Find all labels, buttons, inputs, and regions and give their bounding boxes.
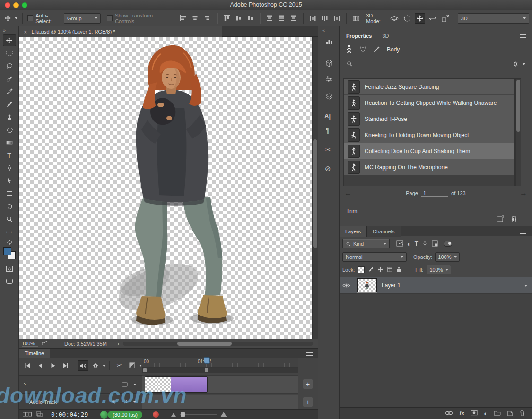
distribute-top-icon[interactable] [265,14,274,23]
lock-all-icon[interactable] [396,266,401,274]
tool-preset-move-icon[interactable] [3,14,12,23]
timeline-menu-icon[interactable] [306,351,313,357]
swap-colors-icon[interactable] [6,240,13,246]
zoom-out-mountain-icon[interactable] [171,412,176,418]
chevron-down-icon[interactable] [523,63,525,65]
playhead[interactable] [204,357,210,364]
distribute-center-icon[interactable] [320,14,330,23]
zoom-window-button[interactable] [22,2,27,8]
video-track-options-icon[interactable] [122,382,128,388]
page-number-field[interactable]: 1 [421,190,448,197]
character-panel-icon[interactable]: A| [324,112,331,120]
align-left-icon[interactable] [179,14,188,23]
timeline-flatten-icon[interactable] [36,411,43,418]
search-settings-gear-icon[interactable] [513,61,519,68]
canvas-horizontal-scrollbar[interactable] [123,342,313,346]
align-middle-vertical-icon[interactable] [234,14,243,23]
properties-menu-icon[interactable] [520,34,526,39]
chevron-down-icon[interactable] [15,17,17,19]
chevron-down-icon[interactable] [524,285,527,287]
gradient-tool[interactable] [3,137,16,148]
pen-tool[interactable] [3,162,16,174]
filter-pixel-layers-icon[interactable] [396,240,403,248]
distribute-middle-icon[interactable] [277,14,287,23]
next-frame-button[interactable] [60,360,71,371]
video-track-header[interactable]: › [19,375,142,394]
distribute-right-icon[interactable] [332,14,341,23]
timeline-ruler[interactable]: 00 01:00f [142,358,298,368]
3d-mode-dropdown[interactable]: 3D [458,13,529,24]
lock-transparent-pixels-icon[interactable] [358,266,365,273]
transition-icon[interactable] [126,360,138,371]
new-layer-icon[interactable] [507,410,513,417]
split-at-playhead-icon[interactable]: ✂ [113,360,125,371]
auto-select-dropdown[interactable]: Group [64,13,101,24]
export-pose-icon[interactable] [497,215,505,223]
figure-icon[interactable] [345,44,353,55]
delete-layer-trash-icon[interactable] [519,410,525,417]
canvas-vertical-scrollbar[interactable] [312,37,318,339]
audio-track-header[interactable]: Audio Track ♫ [19,395,142,409]
scissors-panel-icon[interactable]: ✂ [325,145,331,154]
tab-layers[interactable]: Layers [340,226,367,237]
document-tab[interactable]: × Lila.psd @ 100% (Layer 1, RGB/8) * [19,26,222,37]
path-selection-tool[interactable] [3,175,16,187]
add-layer-mask-icon[interactable] [471,410,478,417]
filter-type-layers-icon[interactable]: T [415,240,418,247]
layer-comps-panel-icon[interactable] [325,93,333,101]
align-top-icon[interactable] [222,14,231,23]
scrollbar-thumb[interactable] [177,342,232,346]
delete-pose-trash-icon[interactable] [511,215,517,223]
show-transform-checkbox[interactable] [107,15,113,21]
3d-axis-icon[interactable] [351,14,361,23]
3d-panel-icon[interactable] [325,60,333,68]
layer-effects-icon[interactable]: fx [459,410,464,417]
go-to-first-frame-button[interactable] [22,360,33,371]
quick-selection-tool[interactable] [3,73,16,85]
pose-list-item[interactable]: Female Jazz Square Dancing [344,79,514,95]
pose-list-scrollbar[interactable] [515,78,521,186]
opacity-dropdown[interactable]: 100% [435,252,459,262]
audio-track-lane[interactable] [142,395,298,409]
align-bottom-icon[interactable] [245,14,255,23]
filter-kind-dropdown[interactable]: Kind [342,239,390,248]
add-audio-track-button[interactable]: + [303,397,313,407]
quick-mask-icon[interactable] [3,263,16,274]
brush-tool[interactable] [3,98,16,110]
audio-track-speaker-icon[interactable] [111,399,117,405]
pose-list-item[interactable]: MC Rapping On The Microphone [344,159,514,175]
scrollbar-thumb[interactable] [516,80,520,132]
tab-timeline[interactable]: Timeline [19,349,50,358]
zoom-level[interactable]: 100% [22,341,38,347]
histogram-panel-icon[interactable] [325,38,333,46]
3d-slide-icon[interactable] [427,13,438,24]
layer-visibility-well[interactable] [340,277,353,293]
move-tool[interactable] [3,34,16,46]
3d-scale-icon[interactable] [440,13,451,24]
type-tool[interactable]: T [3,149,16,161]
properties-panel-icon[interactable] [325,76,333,83]
video-track-lane[interactable] [142,375,298,394]
hand-tool[interactable] [3,200,16,212]
lock-position-icon[interactable] [377,266,384,274]
work-area-strip[interactable] [142,368,298,373]
mute-audio-button[interactable] [78,360,89,371]
timeline-zoom-slider[interactable] [180,414,217,415]
marquee-tool[interactable] [3,47,16,59]
pose-search-input[interactable] [357,60,509,68]
previous-page-arrow-icon[interactable]: ← [344,189,352,197]
layer-name[interactable]: Layer 1 [382,282,401,289]
blend-mode-dropdown[interactable]: Normal [342,252,407,262]
filter-toggle-switch[interactable] [444,241,452,247]
minimize-window-button[interactable] [13,2,19,8]
align-center-horizontal-icon[interactable] [191,14,200,23]
align-right-icon[interactable] [202,14,212,23]
tab-3d[interactable]: 3D [382,33,389,39]
mask-icon[interactable] [359,46,366,54]
3d-character[interactable] [19,37,312,339]
paragraph-panel-icon[interactable]: ¶ [326,127,330,134]
3d-orbit-icon[interactable] [389,13,400,24]
eraser-tool[interactable] [3,124,16,136]
pose-list-item[interactable]: Kneeling To Holding Down Moving Object [344,127,514,143]
clone-stamp-tool[interactable] [3,111,16,123]
